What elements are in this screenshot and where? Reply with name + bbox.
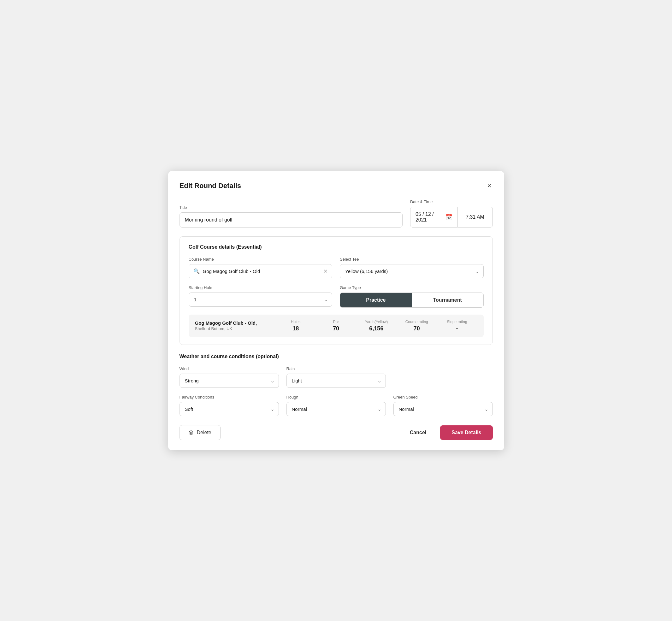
course-name-input[interactable] — [203, 268, 321, 274]
slope-stat: Slope rating - — [437, 320, 477, 332]
time-value: 7:31 AM — [466, 214, 484, 220]
save-button[interactable]: Save Details — [440, 425, 493, 440]
starting-hole-dropdown[interactable]: 1 — [189, 292, 333, 307]
modal-header: Edit Round Details × — [179, 181, 493, 191]
trash-icon: 🗑 — [189, 430, 194, 436]
title-input[interactable] — [179, 212, 403, 227]
select-tee-group: Select Tee Yellow (6,156 yards) ⌄ — [340, 257, 484, 278]
starting-hole-label: Starting Hole — [189, 285, 333, 290]
par-value: 70 — [333, 325, 339, 332]
footer-row: 🗑 Delete Cancel Save Details — [179, 425, 493, 440]
course-rating-label: Course rating — [406, 320, 428, 324]
yards-stat: Yards(Yellow) 6,156 — [356, 320, 396, 332]
green-speed-group: Green Speed Normal ⌄ — [393, 395, 493, 416]
clear-course-button[interactable]: ✕ — [323, 268, 328, 274]
hole-gametype-row: Starting Hole 1 ⌄ Game Type Practice Tou… — [189, 285, 484, 308]
game-type-label: Game Type — [340, 285, 484, 290]
fairway-wrap: Soft ⌄ — [179, 402, 279, 416]
slope-label: Slope rating — [447, 320, 467, 324]
close-button[interactable]: × — [486, 181, 493, 191]
slope-value: - — [456, 325, 458, 332]
wind-rain-row: Wind Strong ⌄ Rain Light ⌄ — [179, 366, 493, 388]
weather-title: Weather and course conditions (optional) — [179, 354, 493, 360]
holes-value: 18 — [292, 325, 299, 332]
starting-hole-group: Starting Hole 1 ⌄ — [189, 285, 333, 308]
green-speed-dropdown[interactable]: Normal — [393, 402, 493, 416]
fairway-label: Fairway Conditions — [179, 395, 279, 400]
select-tee-label: Select Tee — [340, 257, 484, 261]
datetime-field-group: Date & Time 05 / 12 / 2021 📅 7:31 AM — [410, 199, 493, 227]
select-tee-dropdown[interactable]: Yellow (6,156 yards) — [340, 264, 484, 278]
golf-section-title: Golf Course details (Essential) — [189, 244, 484, 250]
course-rating-value: 70 — [414, 325, 420, 332]
wind-dropdown[interactable]: Strong — [179, 374, 279, 388]
rough-dropdown[interactable]: Normal — [287, 402, 386, 416]
wind-group: Wind Strong ⌄ — [179, 366, 279, 388]
weather-section: Weather and course conditions (optional)… — [179, 354, 493, 416]
top-row: Title Date & Time 05 / 12 / 2021 📅 7:31 … — [179, 199, 493, 227]
calendar-icon: 📅 — [446, 214, 452, 220]
wind-wrap: Strong ⌄ — [179, 374, 279, 388]
rain-dropdown[interactable]: Light — [287, 374, 386, 388]
datetime-inputs: 05 / 12 / 2021 📅 7:31 AM — [410, 207, 493, 227]
par-stat: Par 70 — [316, 320, 356, 332]
course-name-label: Course Name — [189, 257, 333, 261]
holes-stat: Holes 18 — [276, 320, 316, 332]
cancel-button[interactable]: Cancel — [404, 425, 432, 440]
title-label: Title — [179, 205, 403, 210]
title-field-group: Title — [179, 205, 403, 227]
fairway-rough-green-row: Fairway Conditions Soft ⌄ Rough Normal ⌄ — [179, 395, 493, 416]
tournament-button[interactable]: Tournament — [412, 293, 483, 307]
green-speed-wrap: Normal ⌄ — [393, 402, 493, 416]
fairway-group: Fairway Conditions Soft ⌄ — [179, 395, 279, 416]
date-input[interactable]: 05 / 12 / 2021 📅 — [410, 207, 458, 227]
date-value: 05 / 12 / 2021 — [416, 211, 440, 223]
time-input[interactable]: 7:31 AM — [458, 207, 493, 227]
course-name-search[interactable]: 🔍 ✕ — [189, 264, 333, 278]
footer-right: Cancel Save Details — [404, 425, 493, 440]
delete-label: Delete — [197, 430, 211, 436]
modal-title: Edit Round Details — [179, 182, 241, 190]
edit-round-modal: Edit Round Details × Title Date & Time 0… — [168, 171, 504, 450]
rain-label: Rain — [287, 366, 386, 371]
rain-group: Rain Light ⌄ — [287, 366, 386, 388]
course-info-row: Gog Magog Golf Club - Old, Shelford Bott… — [189, 315, 484, 337]
course-tee-row: Course Name 🔍 ✕ Select Tee Yellow (6,156… — [189, 257, 484, 278]
course-name-display: Gog Magog Golf Club - Old, — [195, 320, 276, 326]
holes-label: Holes — [291, 320, 301, 324]
rough-label: Rough — [287, 395, 386, 400]
game-type-group: Game Type Practice Tournament — [340, 285, 484, 308]
course-name-group: Course Name 🔍 ✕ — [189, 257, 333, 278]
practice-button[interactable]: Practice — [340, 293, 412, 307]
select-tee-wrap: Yellow (6,156 yards) ⌄ — [340, 264, 484, 278]
course-rating-stat: Course rating 70 — [396, 320, 437, 332]
datetime-label: Date & Time — [410, 199, 493, 204]
starting-hole-wrap: 1 ⌄ — [189, 292, 333, 307]
rain-wrap: Light ⌄ — [287, 374, 386, 388]
game-type-toggle: Practice Tournament — [340, 292, 484, 308]
search-icon: 🔍 — [194, 268, 200, 274]
course-location: Shelford Bottom, UK — [195, 326, 276, 331]
fairway-dropdown[interactable]: Soft — [179, 402, 279, 416]
rough-group: Rough Normal ⌄ — [287, 395, 386, 416]
yards-value: 6,156 — [369, 325, 383, 332]
wind-label: Wind — [179, 366, 279, 371]
yards-label: Yards(Yellow) — [365, 320, 388, 324]
course-info-name: Gog Magog Golf Club - Old, Shelford Bott… — [195, 320, 276, 331]
par-label: Par — [333, 320, 339, 324]
rough-wrap: Normal ⌄ — [287, 402, 386, 416]
golf-course-section: Golf Course details (Essential) Course N… — [179, 236, 493, 345]
green-speed-label: Green Speed — [393, 395, 493, 400]
delete-button[interactable]: 🗑 Delete — [179, 425, 220, 440]
